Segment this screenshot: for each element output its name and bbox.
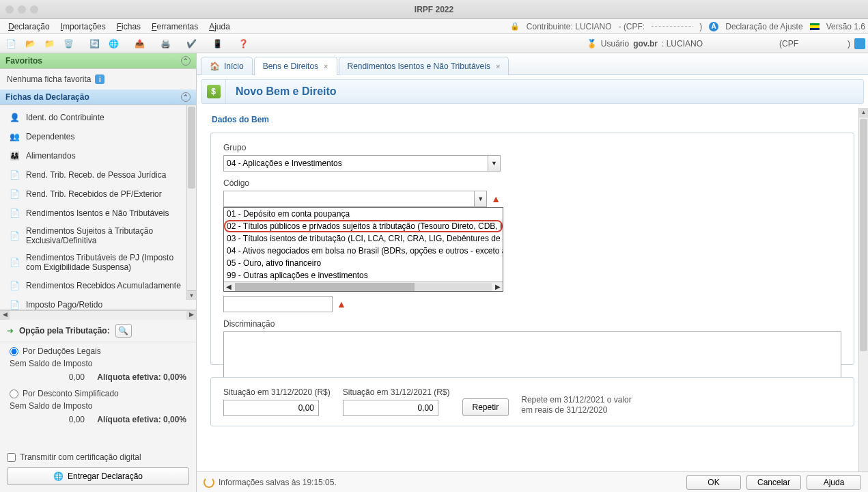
sidebar-scrollbar-h[interactable]: ◀▶	[0, 310, 196, 320]
toolbar-refresh-icon[interactable]: 🔄	[86, 36, 102, 51]
window-title: IRPF 2022	[415, 5, 453, 14]
close-icon[interactable]: ×	[496, 62, 500, 70]
note-line: em reais de 31/12/2020	[521, 405, 631, 416]
ficha-item-ident[interactable]: 👤Ident. do Contribuinte	[0, 108, 196, 127]
toolbar-sync-icon[interactable]: 🌐	[105, 36, 122, 51]
ficha-item-exclusiva[interactable]: 📄Rendimentos Sujeitos à Tributação Exclu…	[0, 223, 196, 249]
lock-icon: 🔒	[510, 22, 520, 31]
toolbar-check-icon[interactable]: ✔️	[183, 36, 199, 51]
ficha-item-alimentandos[interactable]: 👨‍👩‍👧Alimentandos	[0, 146, 196, 165]
trib-aliq: Alíquota efetiva: 0,00%	[97, 415, 186, 424]
dropdown-option[interactable]: 01 - Depósito em conta poupança	[224, 208, 503, 220]
cancel-button[interactable]: Cancelar	[746, 475, 801, 490]
tab-label: Bens e Direitos	[263, 62, 318, 71]
discriminacao-textarea[interactable]	[223, 331, 841, 381]
dropdown-option[interactable]: 03 - Títulos isentos de tributação (LCI,…	[224, 232, 503, 245]
repetir-button[interactable]: Repetir	[462, 398, 509, 416]
chevron-down-icon[interactable]: ▼	[488, 155, 501, 172]
sheet-icon: 📄	[8, 230, 20, 242]
menu-ferramentas[interactable]: Ferramentas	[146, 20, 204, 33]
toolbar-new-icon[interactable]: 📄	[3, 36, 19, 51]
ajuste-label: Declaração de Ajuste	[725, 22, 802, 31]
tab-rendimentos-isentos[interactable]: Rendimentos Isentos e Não Tributáveis×	[339, 57, 509, 75]
fieldset-dados-bem: Grupo ▼ Código ▼ ▲ 01 - Depósito em cont…	[210, 133, 854, 365]
tributacao-block: Por Deduções Legais Sem Saldo de Imposto…	[0, 342, 196, 428]
minimize-window-icon[interactable]	[18, 5, 26, 14]
menu-fichas[interactable]: Fichas	[111, 20, 146, 33]
warning-icon: ▲	[337, 299, 346, 310]
scroll-down-icon[interactable]: ▼	[187, 290, 196, 300]
scroll-right-icon[interactable]: ▶	[186, 311, 196, 320]
ficha-label: Rendimentos Recebidos Acumuladamente	[26, 281, 181, 290]
entregar-button[interactable]: 🌐 Entregar Declaração	[7, 467, 189, 485]
tab-bens-direitos[interactable]: Bens e Direitos×	[254, 57, 337, 75]
radio-simplificado[interactable]	[10, 390, 18, 398]
grupo-label: Grupo	[223, 143, 841, 152]
ficha-item-rend-pf[interactable]: 📄Rend. Trib. Recebidos de PF/Exterior	[0, 184, 196, 204]
ficha-item-rend-pj[interactable]: 📄Rend. Trib. Receb. de Pessoa Jurídica	[0, 165, 196, 184]
codigo-input[interactable]	[223, 191, 475, 207]
user-label-govbr: gov.br	[633, 39, 658, 49]
toolbar-export-icon[interactable]: 📤	[131, 36, 148, 51]
grupo-select[interactable]	[223, 155, 488, 172]
codigo-dropdown[interactable]: 01 - Depósito em conta poupança 02 - Tít…	[223, 207, 503, 292]
sheet-icon: 📄	[8, 188, 20, 200]
scroll-right-icon[interactable]: ▶	[493, 283, 503, 290]
sit-2021-input[interactable]	[343, 400, 438, 416]
scroll-left-icon[interactable]: ◀	[0, 311, 10, 320]
ok-button[interactable]: OK	[686, 475, 741, 490]
menu-bar: Declaração Importações Fichas Ferramenta…	[0, 19, 868, 34]
toolbar-delete-icon[interactable]: 🗑️	[60, 36, 76, 51]
main-scrollbar-v[interactable]: ▲ ▼	[858, 108, 868, 492]
page-title: Novo Bem e Direito	[226, 85, 337, 98]
cpf-value	[652, 26, 692, 27]
dropdown-option[interactable]: 99 - Outras aplicações e investimentos	[224, 269, 503, 282]
ficha-label: Rendimentos Sujeitos à Tributação Exclus…	[26, 226, 188, 246]
toolbar-open-icon[interactable]: 📂	[22, 36, 38, 51]
help-button[interactable]: Ajuda	[807, 475, 861, 490]
search-button[interactable]: 🔍	[115, 324, 132, 338]
toolbar-folder-icon[interactable]: 📁	[41, 36, 57, 51]
spinner-icon	[204, 477, 214, 488]
dropdown-option[interactable]: 04 - Ativos negociados em bolsa no Brasi…	[224, 245, 503, 257]
menu-ajuda[interactable]: Ajuda	[204, 20, 236, 33]
dropdown-option[interactable]: 02 - Títulos públicos e privados sujeito…	[224, 220, 503, 232]
tab-inicio[interactable]: 🏠Início	[201, 57, 253, 75]
user-cpf-label: (CPF	[779, 39, 798, 49]
close-icon[interactable]: ×	[324, 62, 328, 70]
ficha-item-suspensa[interactable]: 📄Rendimentos Tributáveis de PJ (Imposto …	[0, 249, 196, 276]
chevron-down-icon[interactable]: ▼	[475, 191, 487, 207]
dropdown-scrollbar-h[interactable]: ◀▶	[224, 282, 503, 291]
dropdown-option[interactable]: 05 - Ouro, ativo financeiro	[224, 257, 503, 269]
scroll-left-icon[interactable]: ◀	[224, 283, 234, 290]
chevron-up-icon[interactable]: ⌃	[181, 92, 191, 102]
favoritos-header[interactable]: Favoritos ⌃	[0, 53, 196, 69]
menu-declaracao[interactable]: Declaração	[3, 20, 55, 33]
chevron-up-icon[interactable]: ⌃	[181, 56, 191, 66]
exit-icon[interactable]	[854, 38, 865, 49]
maximize-window-icon[interactable]	[30, 5, 38, 14]
ficha-label: Rendimentos Isentos e Não Tributáveis	[26, 208, 169, 218]
sidebar-scrollbar-v[interactable]: ▼	[186, 105, 196, 300]
menu-importacoes[interactable]: Importações	[55, 20, 111, 33]
checkbox-cert-digital[interactable]	[7, 453, 16, 462]
fichas-header[interactable]: Fichas da Declaração ⌃	[0, 90, 196, 105]
small-input[interactable]	[223, 296, 333, 312]
info-icon[interactable]: i	[95, 74, 104, 84]
close-window-icon[interactable]	[5, 5, 14, 14]
scroll-up-icon[interactable]: ▲	[859, 108, 868, 118]
ficha-item-acumulado[interactable]: 📄Rendimentos Recebidos Acumuladamente	[0, 276, 196, 295]
ficha-item-dependentes[interactable]: 👥Dependentes	[0, 127, 196, 146]
toolbar-help-icon[interactable]: ❓	[235, 36, 251, 51]
main-area: 🏠Início Bens e Direitos× Rendimentos Ise…	[197, 53, 868, 492]
toolbar-print-icon[interactable]: 🖨️	[157, 36, 173, 51]
ficha-item-imposto[interactable]: 📄Imposto Pago/Retido	[0, 295, 196, 310]
sit-2020-input[interactable]	[223, 400, 319, 416]
fichas-title: Fichas da Declaração	[5, 92, 89, 102]
user-label-prefix: Usuário	[601, 39, 629, 49]
contribuinte-label: Contribuinte: LUCIANO	[527, 22, 612, 31]
toolbar-calc-icon[interactable]: 📱	[209, 36, 225, 51]
ficha-item-isentos[interactable]: 📄Rendimentos Isentos e Não Tributáveis	[0, 204, 196, 223]
user-badge-icon: 🏅	[587, 39, 597, 49]
radio-deducoes[interactable]	[10, 347, 18, 356]
